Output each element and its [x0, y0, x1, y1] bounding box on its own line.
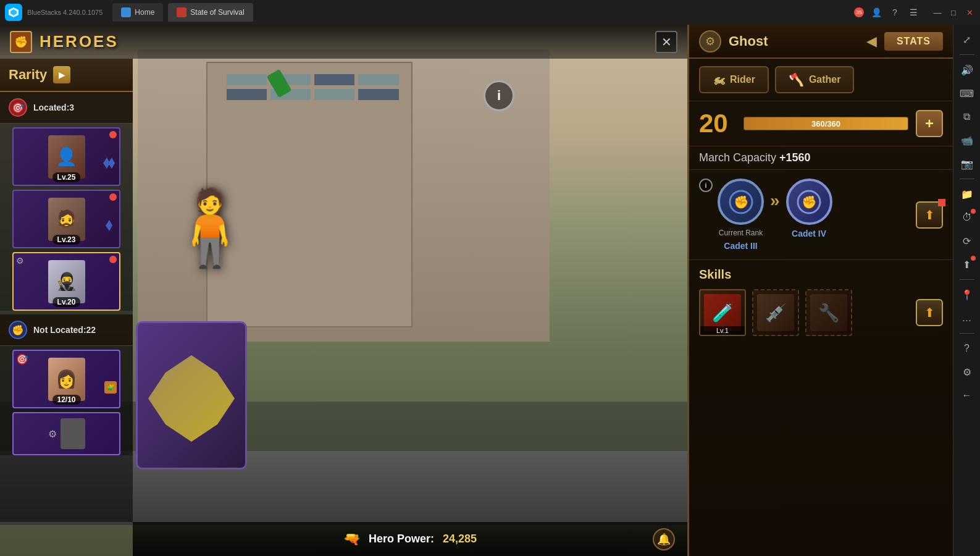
- sidebar-divider-1: [960, 54, 974, 55]
- march-capacity: March Capacity +1560: [689, 146, 953, 170]
- hero-card-4[interactable]: 🎯 👩 🧩 12/10: [12, 350, 120, 408]
- rank-section: i ✊ Current Rank Cadet III »: [689, 170, 953, 260]
- skill-up-button[interactable]: ⬆: [916, 299, 943, 326]
- rank-next-container: ✊ Cadet IV: [786, 179, 832, 238]
- keyboard-icon[interactable]: ⌨: [957, 83, 977, 103]
- not-located-header: ✊ Not Located:22: [0, 314, 133, 346]
- volume-icon[interactable]: 🔊: [957, 60, 977, 80]
- current-rank-name: Cadet III: [724, 241, 757, 251]
- rider-icon: 🏍: [713, 73, 725, 87]
- more-icon[interactable]: …: [957, 308, 977, 328]
- tab-home[interactable]: Home: [112, 3, 163, 22]
- rarity-filter[interactable]: Rarity ▶: [0, 59, 133, 92]
- app-window: BlueStacks 4.240.0.1075 Home State of Su…: [0, 0, 980, 556]
- located-header: 🎯 Located:3: [0, 92, 133, 124]
- skill-slot-2[interactable]: 💉: [752, 289, 799, 336]
- next-rank-name: Cadet IV: [792, 229, 826, 238]
- heroes-icon: ✊: [10, 31, 32, 53]
- located-label: Located:3: [33, 103, 74, 112]
- stats-panel: ⚙ Ghost ◀ STATS 🏍 Rider 🪓 Gather 20: [687, 25, 953, 556]
- current-rank-label: Current Rank: [719, 229, 763, 237]
- main-content: 🧍 i ✊ HEROES ✕ Rarity ▶: [0, 25, 980, 556]
- svg-text:✊: ✊: [802, 195, 817, 209]
- copy-icon[interactable]: ⧉: [957, 107, 977, 127]
- not-located-label: Not Located:22: [33, 325, 96, 335]
- bottom-bar: 🔫 Hero Power: 24,285 🔔: [133, 522, 687, 556]
- minimize-btn[interactable]: —: [932, 7, 943, 18]
- titlebar: BlueStacks 4.240.0.1075 Home State of Su…: [0, 0, 980, 25]
- help-icon[interactable]: ?: [889, 6, 901, 19]
- rank-up-button[interactable]: ⬆: [916, 201, 943, 229]
- maximize-btn[interactable]: □: [948, 7, 959, 18]
- game-tab-label: State of Survival: [190, 8, 244, 17]
- folder-icon[interactable]: 📁: [957, 184, 977, 204]
- stats-nav-left-btn[interactable]: ◀: [866, 33, 877, 49]
- info-button[interactable]: i: [484, 80, 514, 111]
- hero-1-rank: [103, 158, 117, 171]
- sidebar-divider-3: [960, 279, 974, 280]
- skill-slot-1[interactable]: 🧪 Lv.1: [699, 289, 746, 336]
- home-tab-label: Home: [135, 8, 154, 17]
- xp-bar-wrapper: 360/360: [743, 117, 908, 130]
- gather-tab[interactable]: 🪓 Gather: [775, 66, 855, 93]
- upload-icon[interactable]: ⬆: [957, 255, 977, 274]
- svg-text:✊: ✊: [733, 195, 748, 209]
- expand-icon[interactable]: ⤢: [957, 30, 977, 49]
- skills-section: Skills 🧪 Lv.1 💉: [689, 260, 953, 556]
- account-icon[interactable]: 👤: [870, 6, 882, 19]
- hero-4-aim-icon: 🎯: [16, 353, 28, 365]
- back-icon[interactable]: ←: [957, 385, 977, 405]
- march-capacity-label: March Capacity: [699, 151, 776, 164]
- hero-power-label: Hero Power:: [369, 533, 434, 545]
- rider-tab[interactable]: 🏍 Rider: [699, 66, 769, 93]
- settings-icon[interactable]: ⚙: [957, 362, 977, 382]
- hero-card-ghost[interactable]: ⚙ 🥷 Lv.20: [12, 252, 120, 311]
- gather-label: Gather: [809, 74, 841, 85]
- hero-card-2[interactable]: 🧔 Lv.23: [12, 190, 120, 248]
- hero-ghost-figure: 🧍: [148, 62, 272, 272]
- sync-icon[interactable]: ⟳: [957, 231, 977, 251]
- level-up-button[interactable]: +: [916, 110, 943, 137]
- skill-slot-3[interactable]: 🔧: [805, 289, 852, 336]
- timer-icon[interactable]: ⏱: [957, 208, 977, 227]
- ghost-name: Ghost: [729, 33, 859, 49]
- stats-tab[interactable]: STATS: [884, 32, 943, 51]
- close-btn[interactable]: ✕: [964, 7, 975, 18]
- stats-header: ⚙ Ghost ◀ STATS: [689, 25, 953, 59]
- hero-card-5[interactable]: ⚙: [12, 412, 120, 455]
- hero-card-1[interactable]: 👤 Lv.25: [12, 127, 120, 186]
- hero-2-red-dot: [109, 193, 117, 201]
- hero-4-puzzle: 🧩: [104, 381, 117, 394]
- rarity-arrow-btn[interactable]: ▶: [53, 66, 70, 83]
- help-icon[interactable]: ?: [957, 339, 977, 358]
- notification-count[interactable]: 35: [854, 7, 864, 17]
- next-rank-icon: ✊: [786, 179, 832, 225]
- rank-progress-arrows: »: [770, 191, 780, 211]
- ghost-gear-icon: ⚙: [699, 30, 721, 53]
- hero-4-progress: 12/10: [52, 395, 80, 405]
- svg-marker-3: [108, 158, 115, 169]
- hero-power-value: 24,285: [443, 533, 477, 545]
- rank-info-btn[interactable]: i: [699, 179, 713, 192]
- sidebar-divider-2: [960, 179, 974, 179]
- skills-grid: 🧪 Lv.1 💉 🔧: [699, 289, 943, 336]
- menu-icon[interactable]: ☰: [907, 6, 919, 19]
- tab-game[interactable]: State of Survival: [168, 3, 253, 22]
- location-icon[interactable]: 📍: [957, 285, 977, 305]
- rarity-label: Rarity: [9, 67, 47, 83]
- rank-current-container: ✊ Current Rank Cadet III: [718, 179, 764, 251]
- hero-5-settings: ⚙: [48, 418, 85, 449]
- video-record-icon[interactable]: 📹: [957, 130, 977, 150]
- hero-2-rank: [106, 220, 117, 234]
- thrown-object: [272, 71, 287, 96]
- sidebar-divider-4: [960, 333, 974, 334]
- rank-arrows: »: [770, 191, 780, 211]
- notification-bell-btn[interactable]: 🔔: [653, 528, 675, 550]
- right-sidebar: ⤢ 🔊 ⌨ ⧉ 📹 📷 📁 ⏱ ⟳ ⬆ 📍 … ? ⚙ ←: [953, 25, 980, 556]
- close-heroes-button[interactable]: ✕: [655, 31, 677, 53]
- rider-label: Rider: [730, 74, 755, 85]
- located-section: 🎯 Located:3 👤: [0, 92, 133, 311]
- bluestacks-logo: [5, 4, 22, 21]
- screenshot-icon[interactable]: 📷: [957, 154, 977, 174]
- game-area: 🧍 i ✊ HEROES ✕ Rarity ▶: [0, 25, 687, 556]
